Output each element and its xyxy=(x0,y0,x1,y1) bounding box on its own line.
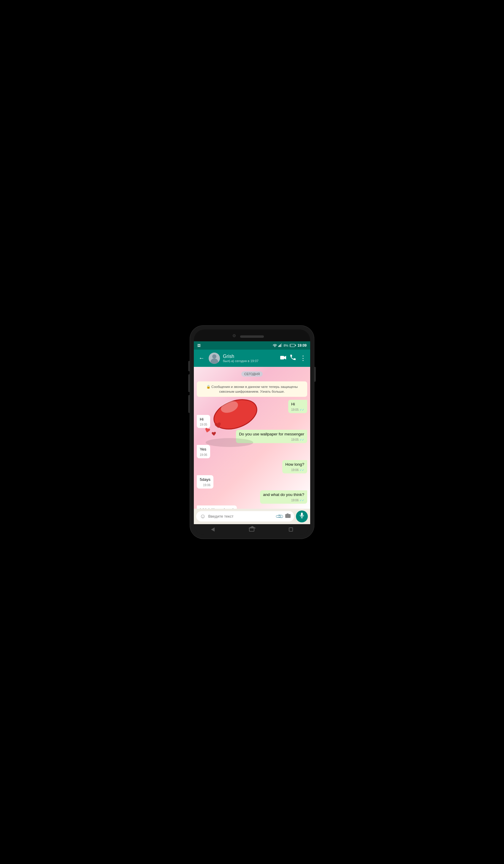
message-row: How long? 19:06 ✓✓ xyxy=(197,460,307,473)
camera-button[interactable] xyxy=(285,513,291,519)
message-time: 19:05 xyxy=(200,423,207,427)
input-bar: ☺ 📎 xyxy=(194,509,310,524)
phone-screen: 🖼 xyxy=(194,329,310,535)
avatar xyxy=(209,352,220,364)
message-row: Yes 19:06 xyxy=(197,445,307,458)
message-meta: 19:06 xyxy=(200,483,211,487)
date-divider: СЕГОДНЯ xyxy=(197,371,307,377)
wifi-icon xyxy=(273,344,277,348)
battery-icon xyxy=(290,344,296,347)
bottom-nav xyxy=(194,524,310,535)
encryption-notice: 🔒 Сообщения и звонки в данном чате тепер… xyxy=(197,381,307,397)
message-row: Hi 19:05 xyxy=(197,415,307,428)
message-text: How long? xyxy=(285,462,304,467)
message-meta: 19:05 ✓✓ xyxy=(239,438,304,442)
read-receipt-icon: ✓✓ xyxy=(300,468,304,472)
message-time: 19:06 xyxy=(203,483,211,487)
app-bar: ← Grish был(-а) сегодня в 19:07 xyxy=(194,350,310,367)
message-row: I think it's cool app) 19:07 xyxy=(197,505,307,509)
message-row: Do you use wallpaper for messenger 19:05… xyxy=(197,430,307,443)
voice-message-button[interactable] xyxy=(296,511,308,523)
microphone-icon xyxy=(300,513,304,520)
status-left: 🖼 xyxy=(197,344,201,347)
emoji-button[interactable]: ☺ xyxy=(200,513,206,520)
svg-rect-0 xyxy=(278,346,279,347)
message-bubble: Hi 19:05 xyxy=(197,415,210,428)
time-display: 19:09 xyxy=(297,344,307,348)
message-text: Hi xyxy=(291,402,295,406)
contact-info: Grish был(-а) сегодня в 19:07 xyxy=(223,354,277,363)
message-text: Do you use wallpaper for messenger xyxy=(239,432,304,436)
read-receipt-icon: ✓✓ xyxy=(300,438,304,442)
svg-rect-3 xyxy=(281,344,282,347)
message-input[interactable] xyxy=(208,514,274,518)
volume-down-button xyxy=(188,374,190,392)
contact-status: был(-а) сегодня в 19:07 xyxy=(223,359,277,363)
read-receipt-icon: ✓✓ xyxy=(300,408,304,412)
attach-button[interactable]: 📎 xyxy=(275,512,284,521)
date-badge: СЕГОДНЯ xyxy=(241,371,263,377)
message-row: 5days 19:06 xyxy=(197,475,307,489)
svg-rect-2 xyxy=(280,344,281,347)
message-time: 19:06 xyxy=(291,468,299,472)
front-camera xyxy=(233,334,236,337)
message-meta: 19:05 xyxy=(200,423,207,427)
back-nav-icon[interactable] xyxy=(211,527,215,531)
recents-nav-icon[interactable] xyxy=(289,527,293,531)
svg-rect-9 xyxy=(301,513,303,516)
chat-content: СЕГОДНЯ 🔒 Сообщения и звонки в данном ча… xyxy=(197,369,307,509)
message-row: and what do you think? 19:06 ✓✓ xyxy=(197,490,307,504)
message-text: 5days xyxy=(200,477,211,482)
svg-rect-4 xyxy=(280,356,284,359)
status-bar: 🖼 xyxy=(194,341,310,350)
more-options-icon[interactable]: ⋮ xyxy=(300,355,307,362)
signal-icon xyxy=(278,344,282,348)
power-button xyxy=(314,367,316,382)
message-bubble: Do you use wallpaper for messenger 19:05… xyxy=(236,430,307,443)
svg-rect-1 xyxy=(279,345,280,347)
silent-button xyxy=(188,395,190,413)
message-time: 19:05 xyxy=(291,438,299,442)
battery-percent: 8% xyxy=(284,344,288,347)
back-button[interactable]: ← xyxy=(197,353,206,363)
video-call-icon[interactable] xyxy=(280,355,286,361)
read-receipt-icon: ✓✓ xyxy=(300,498,304,503)
chat-area: СЕГОДНЯ 🔒 Сообщения и звонки в данном ча… xyxy=(194,367,310,509)
status-right: 8% 19:09 xyxy=(273,344,307,348)
home-nav-icon[interactable] xyxy=(249,527,254,531)
message-text: and what do you think? xyxy=(263,492,304,497)
contact-name: Grish xyxy=(223,354,277,359)
screen-content: 🖼 xyxy=(194,341,310,535)
phone-call-icon[interactable] xyxy=(290,355,296,361)
message-bubble: Yes 19:06 xyxy=(197,445,210,458)
message-meta: 19:06 ✓✓ xyxy=(263,498,304,503)
photo-notification-icon: 🖼 xyxy=(197,344,201,347)
message-bubble: and what do you think? 19:06 ✓✓ xyxy=(260,490,307,504)
message-meta: 19:05 ✓✓ xyxy=(291,408,304,412)
message-meta: 19:06 ✓✓ xyxy=(285,468,304,472)
volume-up-button xyxy=(188,361,190,371)
message-text: Yes xyxy=(200,447,206,452)
message-time: 19:05 xyxy=(291,408,299,412)
message-bubble: 5days 19:06 xyxy=(197,475,213,489)
message-row: Hi 19:05 ✓✓ xyxy=(197,400,307,413)
message-text: Hi xyxy=(200,417,204,421)
message-bubble: I think it's cool app) 19:07 xyxy=(197,505,237,509)
earpiece-speaker xyxy=(240,335,264,338)
phone-device: 🖼 xyxy=(190,325,314,539)
message-time: 19:06 xyxy=(200,453,207,457)
message-time: 19:06 xyxy=(291,498,299,503)
message-bubble: How long? 19:06 ✓✓ xyxy=(282,460,307,473)
message-meta: 19:06 xyxy=(200,453,207,457)
app-bar-actions: ⋮ xyxy=(280,355,307,362)
message-bubble: Hi 19:05 ✓✓ xyxy=(288,400,307,413)
input-wrapper: ☺ 📎 xyxy=(196,511,294,521)
message-text: I think it's cool app) xyxy=(200,507,234,509)
